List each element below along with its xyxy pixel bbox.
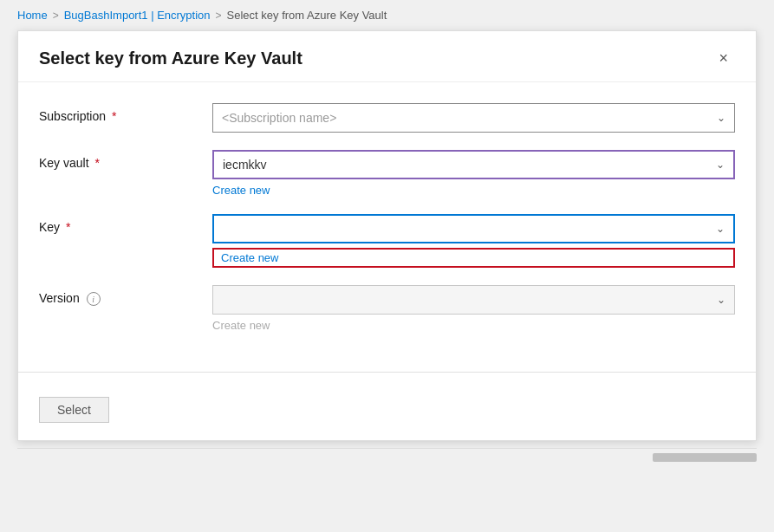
key-vault-required: * xyxy=(92,156,100,170)
dialog-body: Subscription * <Subscription name> ⌄ Key… xyxy=(18,82,756,363)
key-row: Key * ⌄ Create new xyxy=(39,214,735,268)
key-dropdown[interactable]: ⌄ xyxy=(212,214,735,243)
version-control: ⌄ Create new xyxy=(212,285,735,332)
breadcrumb-section[interactable]: BugBashImport1 | Encryption xyxy=(64,9,211,22)
breadcrumb-sep1: > xyxy=(53,10,59,22)
scrollbar-area xyxy=(17,448,757,462)
version-row: Version i ⌄ Create new xyxy=(39,285,735,332)
key-vault-row: Key vault * iecmkkv ⌄ Create new xyxy=(39,150,735,197)
breadcrumb: Home > BugBashImport1 | Encryption > Sel… xyxy=(17,9,757,22)
key-vault-control: iecmkkv ⌄ Create new xyxy=(212,150,735,197)
subscription-dropdown[interactable]: <Subscription name> ⌄ xyxy=(212,103,735,133)
select-key-dialog: Select key from Azure Key Vault × Subscr… xyxy=(17,30,757,441)
version-info-icon[interactable]: i xyxy=(87,292,101,306)
version-dropdown: ⌄ xyxy=(212,285,735,315)
breadcrumb-home[interactable]: Home xyxy=(17,9,48,22)
scrollbar-thumb[interactable] xyxy=(653,453,757,462)
key-required: * xyxy=(62,220,70,234)
key-control: ⌄ Create new xyxy=(212,214,735,268)
version-chevron-icon: ⌄ xyxy=(717,294,725,306)
subscription-required: * xyxy=(108,109,116,123)
key-vault-create-new[interactable]: Create new xyxy=(212,184,735,197)
key-label: Key * xyxy=(39,214,195,234)
subscription-chevron-icon: ⌄ xyxy=(717,112,725,124)
key-vault-dropdown[interactable]: iecmkkv ⌄ xyxy=(212,150,735,179)
close-button[interactable]: × xyxy=(712,47,735,69)
key-vault-value: iecmkkv xyxy=(223,158,267,172)
dialog-footer: Select xyxy=(18,386,756,440)
subscription-placeholder: <Subscription name> xyxy=(222,111,336,125)
subscription-control: <Subscription name> ⌄ xyxy=(212,103,735,133)
select-button[interactable]: Select xyxy=(39,397,109,423)
subscription-label: Subscription * xyxy=(39,103,195,123)
dialog-header: Select key from Azure Key Vault × xyxy=(18,31,756,82)
dialog-title: Select key from Azure Key Vault xyxy=(39,49,302,68)
key-create-new[interactable]: Create new xyxy=(212,248,735,268)
subscription-row: Subscription * <Subscription name> ⌄ xyxy=(39,103,735,133)
key-vault-label: Key vault * xyxy=(39,150,195,170)
version-create-new: Create new xyxy=(212,319,735,332)
key-chevron-icon: ⌄ xyxy=(716,223,725,235)
divider xyxy=(18,372,756,373)
key-vault-chevron-icon: ⌄ xyxy=(716,159,725,171)
breadcrumb-current: Select key from Azure Key Vault xyxy=(227,9,387,22)
version-label: Version i xyxy=(39,285,195,306)
breadcrumb-sep2: > xyxy=(216,10,222,22)
